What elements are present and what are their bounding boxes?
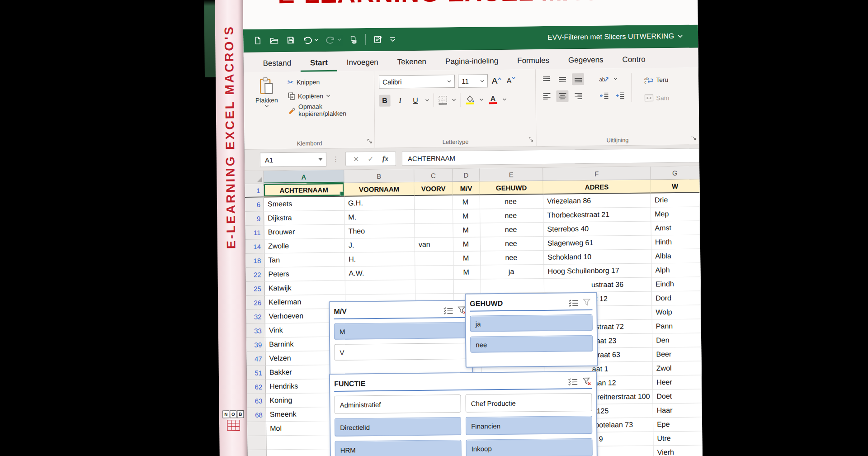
cell-voornaam[interactable]: M. xyxy=(344,210,415,225)
align-middle-button[interactable] xyxy=(556,73,568,85)
cell-achternaam[interactable]: Peters xyxy=(264,267,345,282)
alignment-dialog-launcher[interactable] xyxy=(691,135,696,142)
multi-select-icon[interactable] xyxy=(568,299,578,307)
cell-woonplaats[interactable]: Dord xyxy=(652,291,701,305)
cell-woonplaats[interactable]: Vierh xyxy=(654,445,703,456)
cell-woonplaats[interactable]: Pann xyxy=(652,319,701,333)
slicer-item-v[interactable]: V xyxy=(334,343,467,361)
font-name-select[interactable]: Calibri xyxy=(379,75,455,89)
header-cell-D[interactable]: M/V xyxy=(453,181,480,195)
enter-icon[interactable]: ✓ xyxy=(368,154,374,163)
tab-start[interactable]: Start xyxy=(301,58,337,72)
insert-function-button[interactable]: fx xyxy=(382,155,389,163)
slicer-item-ja[interactable]: ja xyxy=(470,314,593,332)
clear-filter-icon[interactable] xyxy=(583,299,592,307)
column-header-E[interactable]: E xyxy=(480,168,543,181)
cell-voorv[interactable] xyxy=(415,252,453,266)
cell-woonplaats[interactable]: Hinth xyxy=(651,235,700,249)
cell-woonplaats[interactable]: Heer xyxy=(653,375,702,390)
tab-pagina-indeling[interactable]: Pagina-indeling xyxy=(436,57,508,71)
merge-center-button[interactable]: Sam xyxy=(644,90,669,105)
align-top-button[interactable] xyxy=(540,74,552,86)
clipboard-dialog-launcher[interactable] xyxy=(367,138,372,145)
cell-woonplaats[interactable]: Amst xyxy=(651,221,700,235)
print-preview-icon[interactable] xyxy=(349,35,358,44)
tab-tekenen[interactable]: Tekenen xyxy=(388,57,436,71)
column-header-C[interactable]: C xyxy=(414,169,453,182)
column-header-F[interactable]: F xyxy=(543,167,651,180)
select-all-corner[interactable] xyxy=(245,171,264,183)
cell-adres[interactable]: Hoog Schuilenborg 17 xyxy=(544,264,651,279)
tab-bestand[interactable]: Bestand xyxy=(254,59,301,72)
cell-gehuwd[interactable]: ja xyxy=(481,265,544,279)
row-number[interactable]: 25 xyxy=(246,281,265,295)
cell-woonplaats[interactable]: Alph xyxy=(651,263,700,277)
clear-filter-icon[interactable] xyxy=(582,377,592,385)
orientation-button[interactable]: ab xyxy=(598,73,610,85)
bold-button[interactable]: B xyxy=(379,95,390,107)
cell-adres[interactable]: ustraat 36 xyxy=(544,278,652,293)
increase-font-button[interactable]: A xyxy=(491,75,502,86)
row-number[interactable]: 32 xyxy=(246,309,265,323)
row-number[interactable]: 6 xyxy=(245,197,264,211)
align-bottom-button[interactable] xyxy=(572,73,584,85)
row-number[interactable]: 39 xyxy=(246,337,265,352)
cell-adres[interactable]: Vriezelaan 86 xyxy=(543,194,651,209)
fill-color-button[interactable] xyxy=(464,95,475,104)
cell-achternaam[interactable]: Tan xyxy=(264,253,345,268)
slicer-item-directielid[interactable]: Directielid xyxy=(335,417,461,437)
row-number[interactable]: 51 xyxy=(247,366,266,380)
cell-mv[interactable]: M xyxy=(453,209,480,223)
row-number[interactable] xyxy=(247,422,266,436)
cell-voorv[interactable] xyxy=(415,280,454,294)
multi-select-icon[interactable] xyxy=(568,378,578,385)
new-file-icon[interactable] xyxy=(253,36,262,45)
cell-adres[interactable]: Schokland 10 xyxy=(544,250,651,265)
open-icon[interactable] xyxy=(269,36,279,45)
slicer-item-administratief[interactable]: Administratief xyxy=(334,394,461,414)
align-left-button[interactable] xyxy=(540,90,552,102)
row-number[interactable]: 62 xyxy=(247,380,266,394)
cell-gehuwd[interactable]: nee xyxy=(480,223,543,237)
name-box[interactable]: A1 xyxy=(260,152,326,167)
row-number[interactable]: 33 xyxy=(246,323,265,337)
slicer-item-nee[interactable]: nee xyxy=(470,335,593,353)
cell-voorv[interactable] xyxy=(415,266,453,280)
cell-woonplaats[interactable]: Den xyxy=(652,333,701,347)
cell-voornaam[interactable]: A.W. xyxy=(345,266,415,281)
underline-button[interactable]: U xyxy=(410,95,421,106)
font-size-select[interactable]: 11 xyxy=(458,74,488,88)
cell-woonplaats[interactable]: Haar xyxy=(653,403,702,418)
cell-gehuwd[interactable]: nee xyxy=(481,251,544,265)
cell-adres[interactable]: Thorbeckestraat 21 xyxy=(543,208,651,223)
row-number[interactable]: 9 xyxy=(245,211,264,225)
formula-bar-grip[interactable]: ⋮ xyxy=(332,155,340,163)
undo-button[interactable] xyxy=(302,35,318,44)
row-header-1[interactable]: 1 xyxy=(245,184,264,197)
cell-woonplaats[interactable]: Albla xyxy=(651,249,700,263)
font-dialog-launcher[interactable] xyxy=(528,137,533,143)
cell-woonplaats[interactable]: Doet xyxy=(653,389,702,404)
paste-button[interactable]: Plakken xyxy=(248,76,285,138)
cell-mv[interactable]: M xyxy=(453,223,480,238)
row-number[interactable]: 63 xyxy=(247,394,266,408)
workbook-icon[interactable] xyxy=(373,34,383,44)
row-number[interactable]: 14 xyxy=(245,239,264,253)
customize-qat-button[interactable] xyxy=(390,37,395,42)
cell-achternaam[interactable]: Brouwer xyxy=(264,225,344,240)
slicer-item-inkoop[interactable]: Inkoop xyxy=(466,438,592,456)
row-number[interactable]: 47 xyxy=(246,352,265,366)
row-number[interactable]: 22 xyxy=(245,267,264,281)
tab-contro[interactable]: Contro xyxy=(613,55,655,68)
redo-button[interactable] xyxy=(326,35,341,44)
cell-adres[interactable]: Sterrebos 40 xyxy=(543,222,651,237)
cell-mv[interactable]: M xyxy=(453,237,481,252)
cell-gehuwd[interactable]: nee xyxy=(480,195,543,209)
column-header-A[interactable]: A xyxy=(264,170,344,184)
decrease-font-button[interactable]: A xyxy=(505,75,517,86)
tab-gegevens[interactable]: Gegevens xyxy=(559,55,613,69)
cell-gehuwd[interactable]: nee xyxy=(480,209,543,223)
selection-fill-handle[interactable] xyxy=(340,192,344,196)
document-title[interactable]: EVV-Filteren met Slicers UITWERKING xyxy=(547,32,683,42)
cut-button[interactable]: ✂ Knippen xyxy=(288,76,371,88)
